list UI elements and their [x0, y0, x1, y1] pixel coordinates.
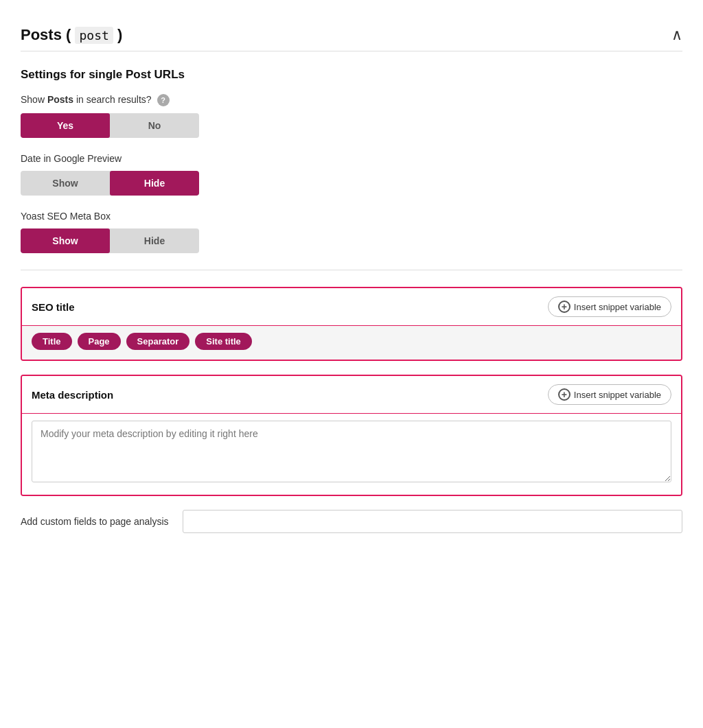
seo-title-content: Title Page Separator Site title: [22, 325, 681, 360]
separator-tag[interactable]: Separator: [126, 333, 190, 350]
meta-description-box: Meta description + Insert snippet variab…: [21, 375, 682, 496]
site-title-tag[interactable]: Site title: [195, 333, 252, 350]
help-icon[interactable]: ?: [157, 94, 170, 106]
section-title-text: Posts: [21, 26, 62, 43]
hide-date-button[interactable]: Hide: [110, 171, 199, 196]
hide-meta-box-button[interactable]: Hide: [110, 228, 199, 253]
insert-snippet-label: Insert snippet variable: [574, 302, 661, 312]
date-preview-label: Date in Google Preview: [21, 153, 682, 164]
snippet-tags: Title Page Separator Site title: [32, 333, 671, 350]
plus-circle-icon-meta: +: [558, 388, 571, 401]
section-header: Posts ( post ) ∧: [21, 14, 682, 51]
title-tag[interactable]: Title: [32, 333, 72, 350]
meta-description-label: Meta description: [32, 389, 113, 401]
label-prefix: Show: [21, 94, 47, 105]
meta-box-toggle: Show Hide: [21, 228, 199, 253]
date-preview-setting: Date in Google Preview Show Hide: [21, 153, 682, 196]
meta-description-input[interactable]: [32, 421, 671, 482]
show-date-button[interactable]: Show: [21, 171, 110, 196]
settings-subtitle: Settings for single Post URLs: [21, 68, 682, 82]
seo-title-label: SEO title: [32, 301, 75, 313]
meta-box-label: Yoast SEO Meta Box: [21, 211, 682, 222]
meta-description-content: [22, 413, 681, 495]
seo-title-insert-snippet-button[interactable]: + Insert snippet variable: [548, 296, 671, 317]
plus-circle-icon: +: [558, 301, 571, 313]
page-tag[interactable]: Page: [78, 333, 121, 350]
meta-description-header: Meta description + Insert snippet variab…: [22, 376, 681, 413]
seo-title-header: SEO title + Insert snippet variable: [22, 288, 681, 325]
custom-fields-input[interactable]: [183, 510, 682, 533]
show-posts-label: Show Posts in search results? ?: [21, 94, 682, 106]
divider: [21, 270, 682, 270]
label-bold: Posts: [47, 94, 73, 105]
yes-button[interactable]: Yes: [21, 113, 110, 138]
post-type-code: post: [75, 27, 113, 44]
date-preview-toggle: Show Hide: [21, 171, 199, 196]
custom-fields-label: Add custom fields to page analysis: [21, 516, 169, 527]
show-posts-setting: Show Posts in search results? ? Yes No: [21, 94, 682, 138]
label-suffix: in search results?: [73, 94, 152, 105]
collapse-icon[interactable]: ∧: [671, 26, 682, 44]
show-meta-box-button[interactable]: Show: [21, 228, 110, 253]
meta-description-insert-snippet-button[interactable]: + Insert snippet variable: [548, 384, 671, 405]
seo-title-box: SEO title + Insert snippet variable Titl…: [21, 287, 682, 361]
meta-box-setting: Yoast SEO Meta Box Show Hide: [21, 211, 682, 253]
show-posts-toggle: Yes No: [21, 113, 199, 138]
no-button[interactable]: No: [110, 113, 199, 138]
section-title: Posts ( post ): [21, 26, 122, 44]
custom-fields-row: Add custom fields to page analysis: [21, 510, 682, 533]
meta-insert-snippet-label: Insert snippet variable: [574, 390, 661, 400]
